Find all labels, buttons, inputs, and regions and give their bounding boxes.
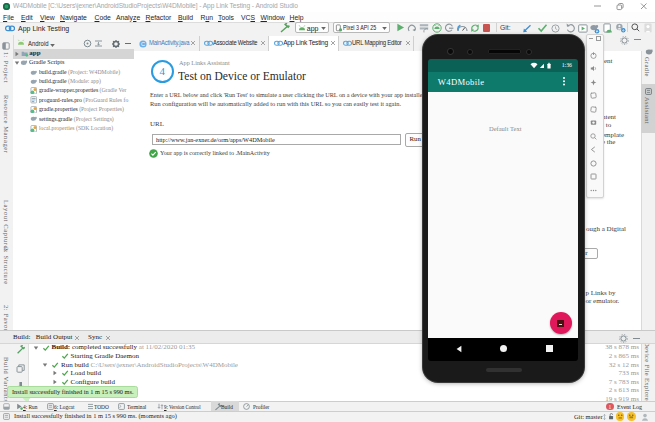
svg-text:C: C [141, 41, 145, 47]
